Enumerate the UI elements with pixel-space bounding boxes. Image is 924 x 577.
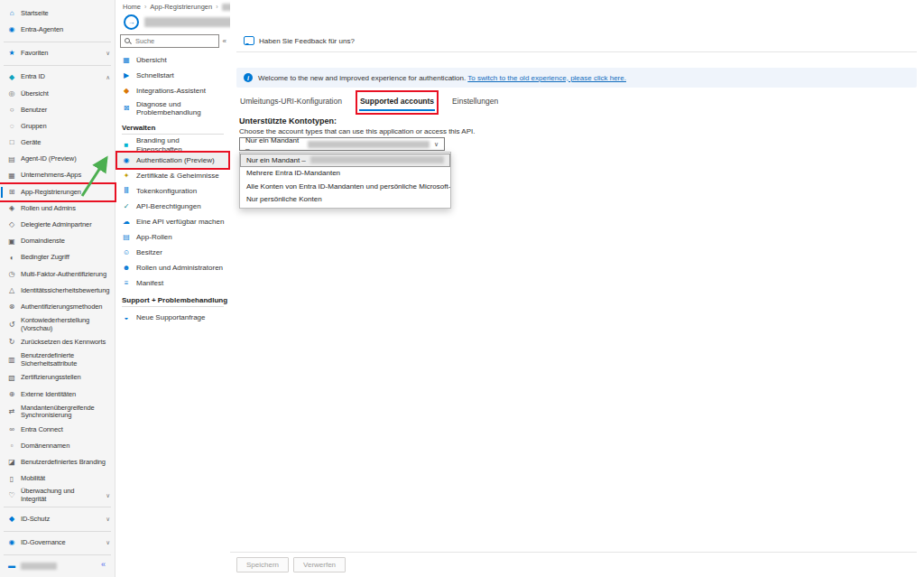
sidebar-collapse-icon[interactable]: «	[101, 560, 106, 569]
menu-item-label: Schnellstart	[136, 71, 174, 79]
menu-item-label: Integrations-Assistent	[136, 87, 206, 95]
sidebar-item-delegierte-adminpartner[interactable]: ◇Delegierte Adminpartner	[0, 217, 115, 233]
left-navigation: ⌂Startseite◉Entra-Agenten★Favoriten∨◆Ent…	[0, 0, 116, 577]
menu-item-eine-api-verfügbar-machen[interactable]: ☁Eine API verfügbar machen	[117, 214, 228, 229]
breadcrumb-home[interactable]: Home	[123, 3, 141, 11]
overview-grid-icon: ▦	[122, 57, 131, 64]
menu-item-authentication-preview[interactable]: ◉Authentication (Preview)	[117, 153, 228, 168]
sidebar-item-startseite[interactable]: ⌂Startseite	[0, 5, 115, 22]
sidebar-item-externe-identitäten[interactable]: ⊕Externe Identitäten	[0, 386, 115, 403]
switch-old-experience-link[interactable]: To switch to the old experience, please …	[467, 74, 626, 82]
search-icon	[125, 38, 132, 45]
sidebar-item-zertifizierungsstellen[interactable]: ▧Zertifizierungsstellen	[0, 370, 115, 386]
resource-menu: Suche « ▦Übersicht▶Schnellstart◆Integrat…	[117, 34, 228, 325]
sidebar-item-identitätssicherheitsbewertung[interactable]: △Identitätssicherheitsbewertung	[0, 283, 115, 299]
sidebar-item-kontowiederherstellung-vorschau[interactable]: ↺Kontowiederherstellung (Vorschau)	[0, 315, 115, 334]
menu-section-header: Support + Problembehandlung	[122, 296, 228, 304]
tab-supported-accounts[interactable]: Supported accounts	[359, 94, 435, 111]
sidebar-item-authentifizierungsmethoden[interactable]: ⊗Authentifizierungsmethoden	[0, 299, 115, 315]
menu-item-branding-und-eigenschaften[interactable]: ■Branding und Eigenschaften	[117, 137, 228, 153]
command-bar: Speichern Verwerfen	[236, 557, 346, 572]
menu-item-app-rollen[interactable]: ▤App-Rollen	[117, 229, 228, 245]
sidebar-item-label: ID-Governance	[21, 539, 101, 547]
sidebar-item-unternehmens-apps[interactable]: ▦Unternehmens-Apps	[0, 168, 115, 184]
sidebar-item-agent-id-preview[interactable]: ▤Agent-ID (Preview)	[0, 152, 115, 168]
sidebar-item-label: Externe Identitäten	[21, 391, 110, 399]
breadcrumb-app-registrierungen[interactable]: App-Registrierungen	[150, 3, 212, 11]
quickstart-icon: ▶	[122, 72, 131, 79]
sidebar-item-app-registrierungen[interactable]: ⊞App-Registrierungen	[0, 184, 115, 200]
sidebar-item-mandantenübergreifende-synchronisierung[interactable]: ⇄Mandantenübergreifende Synchronisierung	[0, 403, 115, 422]
tab-einstellungen[interactable]: Einstellungen	[451, 94, 499, 111]
enterprise-apps-icon: ▦	[7, 172, 16, 180]
feedback-link[interactable]: Haben Sie Feedback für uns?	[244, 36, 355, 45]
sidebar-item-domänennamen[interactable]: ▫Domänennamen	[0, 438, 115, 454]
sidebar-item-rollen-und-admins[interactable]: ◈Rollen und Admins	[0, 200, 115, 217]
menu-item-schnellstart[interactable]: ▶Schnellstart	[117, 68, 228, 83]
sidebar-item-zurücksetzen-des-kennworts[interactable]: ↻Zurücksetzen des Kennworts	[0, 334, 115, 350]
option-alle-konten-von-entra-id-mandanten-und-persönliche-microsoft-konten[interactable]: Alle Konten von Entra ID-Mandanten und p…	[240, 180, 450, 193]
sidebar-item-mobilität[interactable]: ▯Mobilität	[0, 471, 115, 488]
sidebar-item-übersicht[interactable]: ◎Übersicht	[0, 86, 115, 102]
account-type-select[interactable]: Nur ein Mandant – ∨	[239, 137, 445, 151]
sidebar-item-favoriten[interactable]: ★Favoriten∨	[0, 45, 115, 61]
option-mehrere-entra-id-mandanten[interactable]: Mehrere Entra ID-Mandanten	[240, 167, 450, 181]
sidebar-item-benutzerdefinierte-sicherheitsattribute[interactable]: ▥Benutzerdefinierte Sicherheitsattribute	[0, 351, 115, 370]
sidebar-item-benutzer[interactable]: ○Benutzer	[0, 102, 115, 118]
menu-item-tokenkonfiguration[interactable]: ⅢTokenkonfiguration	[117, 183, 228, 199]
menu-item-diagnose-und-problembehandlung[interactable]: ⊠Diagnose und Problembehandlung	[117, 98, 228, 118]
divider	[4, 42, 111, 42]
sidebar-item-id-governance[interactable]: ◉ID-Governance∨	[0, 535, 115, 551]
sidebar-item-label: Domaindienste	[21, 237, 110, 246]
account-type-listbox: Nur ein Mandant –Mehrere Entra ID-Mandan…	[239, 152, 451, 209]
menu-search-row: Suche «	[120, 34, 226, 48]
menu-item-zertifikate-geheimnisse[interactable]: ✦Zertifikate & Geheimnisse	[117, 168, 228, 183]
sidebar-item-benutzerdefiniertes-branding[interactable]: ◪Benutzerdefiniertes Branding	[0, 454, 115, 470]
sidebar-item-gruppen[interactable]: ◌Gruppen	[0, 118, 115, 135]
sidebar-item-id-schutz[interactable]: ◆ID-Schutz∨	[0, 511, 115, 527]
app-roles-icon: ▤	[122, 234, 131, 241]
divider	[4, 65, 111, 66]
sidebar-item-überwachung-und-integrität[interactable]: ♡Überwachung und Integrität∨	[0, 488, 115, 504]
sidebar-item-entra-agenten[interactable]: ◉Entra-Agenten	[0, 22, 115, 38]
sidebar-item-geräte[interactable]: □Geräte	[0, 135, 115, 151]
certificates-icon: ✦	[122, 172, 131, 180]
option-nur-persönliche-konten[interactable]: Nur persönliche Konten	[240, 193, 450, 207]
sidebar-item-label: App-Registrierungen	[21, 189, 110, 197]
sidebar-item-bedingter-zugriff[interactable]: ◐Bedingter Zugriff	[0, 250, 115, 266]
menu-item-integrations-assistent[interactable]: ◆Integrations-Assistent	[117, 83, 228, 98]
option-nur-ein-mandant[interactable]: Nur ein Mandant –	[240, 154, 450, 167]
sidebar-item-domaindienste[interactable]: ▣Domaindienste	[0, 233, 115, 249]
divider	[4, 554, 111, 555]
sidebar-item-redacted[interactable]: ▬	[0, 558, 115, 574]
menu-item-besitzer[interactable]: ☺Besitzer	[117, 245, 228, 260]
save-button[interactable]: Speichern	[236, 557, 289, 572]
menu-item-api-berechtigungen[interactable]: ✓API-Berechtigungen	[117, 199, 228, 214]
divider	[122, 134, 224, 135]
section-description: Choose the account types that can use th…	[239, 127, 475, 135]
menu-item-rollen-und-administratoren[interactable]: ☻Rollen und Administratoren	[117, 260, 228, 275]
security-score-icon: △	[7, 287, 16, 294]
star-icon: ★	[7, 50, 16, 57]
password-reset-icon: ↻	[7, 339, 16, 346]
divider	[4, 531, 111, 532]
menu-item-neue-supportanfrage[interactable]: ◒Neue Supportanfrage	[117, 310, 228, 325]
sidebar-item-entra-id[interactable]: ◆Entra ID∧	[0, 70, 115, 86]
menu-item-manifest[interactable]: ≡Manifest	[117, 275, 228, 291]
menu-item-übersicht[interactable]: ▦Übersicht	[117, 52, 228, 68]
discard-button[interactable]: Verwerfen	[293, 557, 346, 572]
sidebar-item-label: Multi-Faktor-Authentifizierung	[21, 271, 110, 279]
search-input[interactable]: Suche	[120, 34, 219, 48]
tab-umleitungs-uri-konfiguration[interactable]: Umleitungs-URI-Konfiguration	[239, 94, 343, 111]
menu-item-label: Neue Supportanfrage	[136, 313, 206, 321]
sidebar-item-label: Benutzer	[21, 107, 110, 115]
sidebar-item-entra-connect[interactable]: ∞Entra Connect	[0, 422, 115, 438]
menu-item-label: Eine API verfügbar machen	[136, 218, 224, 226]
breadcrumb-separator: ›	[144, 4, 146, 10]
menu-item-label: Tokenkonfiguration	[136, 187, 197, 195]
entra-connect-icon: ∞	[7, 426, 16, 433]
overview-icon: ◎	[7, 90, 16, 98]
menu-collapse-icon[interactable]: «	[223, 37, 226, 45]
sidebar-item-multi-faktor-authentifizierung[interactable]: ◷Multi-Faktor-Authentifizierung	[0, 266, 115, 283]
sidebar-item-label: Delegierte Adminpartner	[21, 221, 110, 229]
